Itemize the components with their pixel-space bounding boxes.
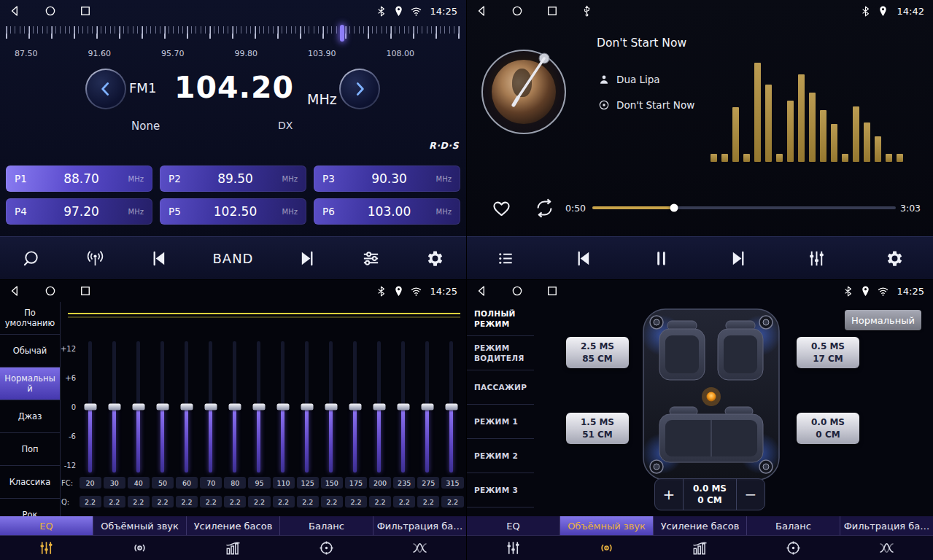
settings-gear-icon[interactable] <box>425 249 444 268</box>
field-mode-item[interactable]: РЕЖИМ ВОДИТЕЛЯ <box>467 336 534 370</box>
broadcast-icon[interactable] <box>85 249 105 268</box>
eq-band-slider[interactable] <box>295 341 319 472</box>
balance-icon[interactable] <box>279 536 373 560</box>
mixer-icon[interactable] <box>807 249 826 268</box>
surround-icon[interactable] <box>93 536 187 560</box>
eq-slider-thumb[interactable] <box>204 404 217 411</box>
eq-band-slider[interactable] <box>174 341 198 472</box>
repeat-icon[interactable] <box>535 198 554 218</box>
home-button[interactable] <box>511 284 524 298</box>
previous-track-icon[interactable] <box>573 249 593 268</box>
increase-delay-button[interactable]: + <box>655 479 683 510</box>
previous-station-icon[interactable] <box>149 249 169 268</box>
eq-preset-item[interactable]: Классика <box>0 466 60 499</box>
eq-slider-thumb[interactable] <box>132 404 144 411</box>
next-station-icon[interactable] <box>298 249 317 268</box>
delay-rear-right-button[interactable]: 0.0 MS 0 CM <box>797 413 859 444</box>
delay-rear-left-button[interactable]: 1.5 MS 51 CM <box>566 413 629 444</box>
home-button[interactable] <box>44 4 57 18</box>
eq-band-slider[interactable] <box>319 341 343 472</box>
eq-slider-thumb[interactable] <box>108 404 120 411</box>
back-button[interactable] <box>9 284 22 298</box>
eq-slider-thumb[interactable] <box>180 404 193 411</box>
recents-button[interactable] <box>79 4 92 18</box>
eq-band-slider[interactable] <box>439 341 463 472</box>
playlist-icon[interactable] <box>496 249 516 268</box>
eq-band-slider[interactable] <box>343 341 367 472</box>
progress-thumb[interactable] <box>670 204 678 212</box>
eq-band-slider[interactable] <box>78 341 102 472</box>
next-track-icon[interactable] <box>729 249 748 268</box>
eq-slider-track[interactable] <box>112 341 116 472</box>
preset-button-p6[interactable]: P6103.00MHz <box>314 198 460 225</box>
delay-front-left-button[interactable]: 2.5 MS 85 CM <box>566 337 629 368</box>
eq-slider-thumb[interactable] <box>325 404 337 411</box>
field-mode-item[interactable]: РЕЖИМ 3 <box>467 473 534 508</box>
home-button[interactable] <box>511 4 524 18</box>
eq-slider-track[interactable] <box>377 341 381 472</box>
home-button[interactable] <box>44 284 57 298</box>
eq-band-slider[interactable] <box>222 341 247 472</box>
tab-filter[interactable]: Фильтрация ба… <box>373 516 466 535</box>
eq-slider-track[interactable] <box>449 341 453 472</box>
tab-eq[interactable]: EQ <box>0 516 93 535</box>
eq-slider-thumb[interactable] <box>156 404 169 411</box>
eq-slider-thumb[interactable] <box>252 404 265 411</box>
eq-slider-thumb[interactable] <box>228 404 241 411</box>
field-mode-item[interactable]: ПАССАЖИР <box>467 370 534 405</box>
surround-icon[interactable] <box>560 536 654 560</box>
eq-slider-thumb[interactable] <box>349 404 361 411</box>
eq-sliders-icon[interactable] <box>0 536 93 560</box>
eq-preset-item[interactable]: Нормальный <box>0 368 60 400</box>
eq-band-slider[interactable] <box>247 341 271 472</box>
tab-balance[interactable]: Баланс <box>747 516 840 535</box>
preset-button-p5[interactable]: P5102.50MHz <box>160 198 306 225</box>
eq-preset-item[interactable]: Джаз <box>0 400 60 433</box>
eq-slider-thumb[interactable] <box>84 404 96 411</box>
filter-icon[interactable] <box>840 536 933 560</box>
tab-bass-boost[interactable]: Усиление басов <box>654 516 747 535</box>
tab-surround-sound[interactable]: Объёмный звук <box>560 516 654 535</box>
eq-band-slider[interactable] <box>126 341 150 472</box>
frequency-scale[interactable]: 87.5091.6095.7099.80103.90108.00 <box>6 25 460 60</box>
eq-band-slider[interactable] <box>391 341 415 472</box>
tune-down-button[interactable] <box>85 69 126 109</box>
eq-slider-thumb[interactable] <box>421 404 433 411</box>
eq-slider-thumb[interactable] <box>276 404 289 411</box>
eq-band-slider[interactable] <box>271 341 295 472</box>
eq-band-slider[interactable] <box>102 341 126 472</box>
tab-filter[interactable]: Фильтрация ба… <box>840 516 933 535</box>
eq-slider-track[interactable] <box>209 341 212 472</box>
eq-slider-track[interactable] <box>257 341 260 472</box>
eq-slider-thumb[interactable] <box>373 404 385 411</box>
preset-button-p1[interactable]: P188.70MHz <box>6 166 152 192</box>
tab-surround-sound[interactable]: Объёмный звук <box>93 516 187 535</box>
eq-slider-thumb[interactable] <box>445 404 457 411</box>
pause-icon[interactable] <box>651 249 671 268</box>
eq-slider-track[interactable] <box>136 341 140 472</box>
band-button[interactable]: BAND <box>212 251 253 266</box>
eq-slider-thumb[interactable] <box>397 404 409 411</box>
eq-slider-track[interactable] <box>425 341 429 472</box>
bass-boost-icon[interactable] <box>654 536 747 560</box>
balance-icon[interactable] <box>746 536 840 560</box>
tab-balance[interactable]: Баланс <box>280 516 373 535</box>
progress-bar[interactable] <box>592 206 896 209</box>
recents-button[interactable] <box>79 284 92 298</box>
eq-preset-item[interactable]: Обычай <box>0 335 60 368</box>
eq-slider-track[interactable] <box>305 341 309 472</box>
eq-sliders-icon[interactable] <box>467 536 560 560</box>
field-mode-item[interactable]: ПОЛНЫЙ РЕЖИМ <box>467 302 534 336</box>
eq-slider-track[interactable] <box>160 341 164 472</box>
preset-button-p2[interactable]: P289.50MHz <box>160 166 306 192</box>
settings-gear-icon[interactable] <box>884 249 904 268</box>
filter-icon[interactable] <box>373 536 466 560</box>
tab-bass-boost[interactable]: Усиление басов <box>187 516 280 535</box>
back-button[interactable] <box>476 284 489 298</box>
tune-up-button[interactable] <box>339 69 380 109</box>
eq-band-slider[interactable] <box>367 341 391 472</box>
eq-slider-track[interactable] <box>353 341 357 472</box>
delay-front-right-button[interactable]: 0.5 MS 17 CM <box>797 337 859 368</box>
field-mode-item[interactable]: РЕЖИМ 1 <box>467 405 534 439</box>
eq-slider-track[interactable] <box>233 341 236 472</box>
